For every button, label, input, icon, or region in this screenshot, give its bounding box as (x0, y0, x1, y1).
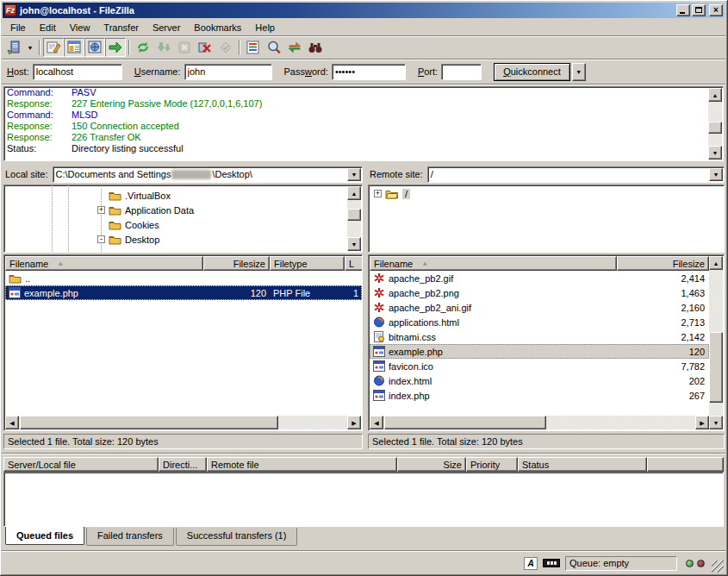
expand-icon[interactable]: + (374, 190, 382, 197)
scroll-right-button[interactable]: ▶ (347, 416, 361, 429)
queue-column-local-file[interactable]: Server/Local file (3, 457, 159, 472)
toggle-remote-tree-button[interactable] (84, 38, 105, 57)
file-row-example-php[interactable]: example.php 120 (370, 344, 709, 359)
file-row[interactable]: bitnami.css 2,142 (370, 329, 709, 344)
scroll-thumb[interactable] (20, 416, 278, 429)
file-row[interactable]: apache_pb2.gif 2,414 (370, 271, 709, 285)
local-list-hscrollbar[interactable]: ◀ ▶ (5, 416, 361, 429)
speed-limits-icon[interactable] (543, 559, 560, 567)
refresh-button[interactable] (133, 38, 153, 57)
file-row[interactable]: index.php 267 (370, 388, 709, 403)
scroll-thumb[interactable] (384, 416, 546, 429)
tree-item-application-data[interactable]: + Application Data (97, 203, 346, 217)
file-row-parent-dir[interactable]: .. (5, 271, 362, 285)
queue-column-direction[interactable]: Directi... (159, 457, 207, 472)
queue-column-remote-file[interactable]: Remote file (207, 457, 397, 472)
reconnect-button[interactable] (215, 38, 236, 57)
column-header-filesize[interactable]: Filesize (617, 256, 709, 271)
scroll-thumb[interactable] (709, 332, 723, 403)
username-input[interactable] (184, 64, 272, 80)
scroll-right-button[interactable]: ▶ (695, 416, 709, 429)
scroll-up-button[interactable]: ▲ (708, 88, 722, 102)
synchronized-browsing-button[interactable] (284, 38, 305, 57)
file-row-example-php[interactable]: example.php 120 PHP File 1 (5, 285, 362, 300)
tree-item-root[interactable]: + / (369, 185, 724, 200)
port-input[interactable] (441, 64, 482, 80)
toggle-transfer-queue-button[interactable] (105, 38, 126, 57)
ico-file-icon (373, 360, 385, 372)
remote-list-hscrollbar[interactable]: ◀ ▶ (370, 416, 709, 429)
menu-file[interactable]: File (3, 22, 33, 34)
scroll-left-button[interactable]: ◀ (5, 416, 19, 429)
menu-transfer[interactable]: Transfer (96, 22, 146, 34)
queue-column-status[interactable]: Status (518, 457, 647, 472)
expand-icon[interactable]: + (97, 206, 105, 214)
cancel-operation-button[interactable] (174, 38, 195, 57)
log-scrollbar[interactable]: ▲ ▼ (708, 88, 722, 160)
menu-server[interactable]: Server (146, 22, 187, 34)
find-files-button[interactable] (305, 38, 326, 57)
column-header-filename[interactable]: Filename▲ (5, 256, 203, 271)
scroll-up-button[interactable]: ▲ (709, 256, 723, 270)
tree-item-cookies[interactable]: Cookies (97, 217, 346, 232)
local-tree-scrollbar[interactable]: ▲ ▼ (347, 186, 361, 251)
column-header-filename[interactable]: Filename▲ (370, 256, 617, 271)
tree-item-virtualbox[interactable]: .VirtualBox (97, 188, 346, 203)
tab-queued-files[interactable]: Queued files (5, 527, 84, 545)
menu-help[interactable]: Help (248, 22, 282, 34)
file-name: apache_pb2.gif (389, 273, 453, 284)
column-header-filesize[interactable]: Filesize (203, 256, 270, 271)
local-site-combo[interactable]: C:\Documents and Settings\Desktop\ ▼ (53, 166, 363, 183)
collapse-icon[interactable]: - (97, 235, 105, 243)
file-row[interactable]: applications.html 2,713 (370, 315, 709, 329)
quickconnect-button[interactable]: Quickconnect (494, 63, 570, 81)
scroll-down-button[interactable]: ▼ (347, 237, 361, 251)
host-input[interactable] (33, 64, 122, 80)
combo-dropdown-button[interactable]: ▼ (709, 168, 723, 181)
site-manager-button[interactable] (3, 38, 24, 57)
maximize-button[interactable] (692, 4, 706, 16)
scroll-down-button[interactable]: ▼ (709, 416, 723, 429)
close-button[interactable]: × (709, 4, 723, 16)
file-row[interactable]: apache_pb2.png 1,463 (370, 285, 709, 300)
title-bar[interactable]: Fz john@localhost - FileZilla × (3, 3, 725, 18)
minimize-button[interactable] (676, 4, 690, 16)
disconnect-button[interactable] (195, 38, 215, 57)
compare-directories-button[interactable] (264, 38, 284, 57)
filezilla-app-icon[interactable]: Fz (4, 4, 16, 16)
queue-column-priority[interactable]: Priority (466, 457, 518, 472)
toggle-message-log-button[interactable] (43, 38, 64, 57)
directory-filters-button[interactable] (243, 38, 264, 57)
remote-site-combo[interactable]: / ▼ (427, 166, 725, 183)
site-manager-dropdown-button[interactable]: ▼ (24, 38, 36, 57)
toggle-local-tree-button[interactable] (64, 38, 84, 57)
column-header-filetype[interactable]: Filetype (270, 256, 345, 271)
scroll-down-button[interactable]: ▼ (708, 146, 722, 160)
tab-failed-transfers[interactable]: Failed transfers (86, 528, 174, 546)
menu-edit[interactable]: Edit (33, 22, 63, 34)
file-size: 2,160 (617, 300, 708, 315)
queue-column-size[interactable]: Size (397, 457, 466, 472)
window-resize-grip[interactable] (712, 560, 724, 573)
scroll-thumb[interactable] (708, 122, 722, 134)
transfer-type-ascii-icon[interactable]: A (524, 557, 538, 570)
process-queue-button[interactable] (153, 38, 174, 57)
scroll-up-button[interactable]: ▲ (347, 186, 361, 200)
remote-list-scrollbar[interactable]: ▲ ▼ (709, 256, 723, 429)
file-name: applications.html (389, 317, 459, 328)
queue-list-area[interactable] (3, 472, 724, 527)
scroll-left-button[interactable]: ◀ (370, 416, 383, 429)
quickconnect-dropdown-button[interactable]: ▼ (572, 63, 586, 81)
tab-successful-transfers[interactable]: Successful transfers (1) (176, 528, 298, 546)
password-input[interactable] (332, 64, 406, 80)
tree-item-desktop[interactable]: - Desktop (97, 232, 346, 247)
file-row[interactable]: apache_pb2_ani.gif 2,160 (370, 300, 709, 315)
menu-bookmarks[interactable]: Bookmarks (187, 22, 248, 34)
menu-view[interactable]: View (63, 22, 97, 34)
combo-dropdown-button[interactable]: ▼ (347, 168, 361, 181)
file-row[interactable]: favicon.ico 7,782 (370, 359, 709, 373)
column-header-modified[interactable]: L (345, 256, 363, 271)
file-row[interactable]: index.html 202 (370, 373, 709, 388)
file-size: 267 (617, 388, 708, 403)
scroll-thumb[interactable] (347, 209, 361, 221)
